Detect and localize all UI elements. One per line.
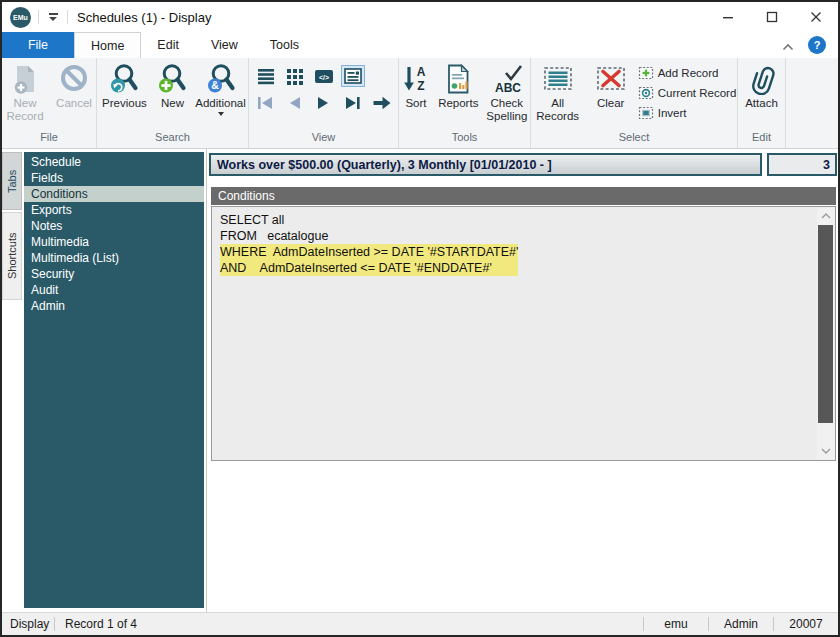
previous-search-icon (108, 63, 140, 95)
first-record-button[interactable] (254, 92, 278, 114)
strip-tab-shortcuts[interactable]: Shortcuts (2, 212, 22, 300)
tab-edit[interactable]: Edit (141, 32, 195, 58)
ribbon-filler (786, 58, 838, 148)
scrollbar-thumb[interactable] (818, 225, 833, 423)
add-record-button[interactable]: Add Record (638, 63, 737, 83)
reports-button[interactable]: Reports (437, 61, 480, 131)
record-count-field: 3 (767, 153, 837, 176)
close-button[interactable] (794, 2, 838, 32)
sql-line: SELECT all (220, 212, 817, 228)
titlebar-separator (38, 10, 39, 24)
attach-paperclip-icon (746, 63, 778, 95)
reports-icon (442, 63, 474, 95)
side-tab-strip: Tabs Shortcuts (2, 152, 22, 300)
svg-text:ABC: ABC (495, 81, 521, 95)
ribbon: New Record Cancel File (2, 58, 838, 149)
tab-file[interactable]: File (2, 32, 74, 58)
sidebar-item-security[interactable]: Security (24, 266, 204, 282)
sidebar-item-fields[interactable]: Fields (24, 170, 204, 186)
cancel-button[interactable]: Cancel (52, 61, 96, 131)
add-record-icon (638, 65, 654, 81)
group-label-view: View (249, 131, 398, 148)
quick-access-dropdown-icon[interactable] (46, 13, 60, 21)
new-record-button[interactable]: New Record (2, 61, 48, 131)
clear-selection-button[interactable]: Clear (590, 61, 632, 131)
svg-text:A: A (417, 65, 426, 79)
previous-record-icon (286, 95, 303, 111)
list-view-icon (256, 66, 276, 86)
search-previous-button[interactable]: Previous (97, 61, 152, 131)
check-spelling-icon: ABC (491, 63, 523, 95)
title-bar: EMu Schedules (1) - Display (2, 2, 838, 32)
status-port: 20007 (774, 617, 838, 631)
help-button[interactable]: ? (808, 36, 826, 54)
svg-text:</>: </> (318, 74, 328, 81)
app-window: EMu Schedules (1) - Display File Home Ed… (0, 0, 840, 637)
additional-search-icon: & (205, 63, 237, 95)
scroll-up-icon (821, 213, 831, 219)
close-icon (810, 11, 822, 23)
sidebar-item-audit[interactable]: Audit (24, 282, 204, 298)
sidebar-item-notes[interactable]: Notes (24, 218, 204, 234)
ribbon-group-file: New Record Cancel File (2, 58, 97, 148)
code-view-button[interactable]: </> (312, 65, 336, 87)
next-record-button[interactable] (312, 92, 336, 114)
last-record-button[interactable] (341, 92, 365, 114)
list-view-button[interactable] (254, 65, 278, 87)
ribbon-group-select: All Records Clear (531, 58, 738, 148)
check-spelling-button[interactable]: ABC Check Spelling (484, 61, 530, 131)
titlebar-separator (67, 10, 68, 24)
sql-line: FROM ecatalogue (220, 228, 817, 244)
tab-tools[interactable]: Tools (254, 32, 315, 58)
current-record-icon (638, 85, 654, 101)
all-records-icon (542, 63, 574, 95)
record-content: Works over $500.00 (Quarterly), 3 Monthl… (208, 149, 838, 612)
conditions-panel-header: Conditions (211, 187, 836, 205)
svg-text:&: & (211, 79, 219, 91)
conditions-text-area[interactable]: SELECT all FROM ecatalogue WHERE AdmDate… (211, 206, 836, 461)
previous-record-button[interactable] (283, 92, 307, 114)
goto-record-button[interactable] (370, 92, 394, 114)
sort-icon: A Z (400, 63, 432, 95)
cancel-icon (58, 63, 90, 95)
tab-view[interactable]: View (195, 32, 254, 58)
minimize-icon (722, 11, 734, 23)
sidebar-item-multimedia-list[interactable]: Multimedia (List) (24, 250, 204, 266)
window-title: Schedules (1) - Display (77, 10, 211, 25)
vertical-scrollbar[interactable] (817, 208, 834, 459)
invert-selection-icon (638, 105, 654, 121)
maximize-icon (766, 11, 778, 23)
search-new-button[interactable]: New (154, 61, 191, 131)
goto-record-icon (372, 95, 392, 111)
minimize-button[interactable] (706, 2, 750, 32)
status-bar: Display Record 1 of 4 emu Admin 20007 (2, 612, 838, 635)
code-view-icon: </> (314, 66, 334, 86)
ribbon-group-tools: A Z Sort Repo (399, 58, 531, 148)
main-area: Tabs Shortcuts Schedule Fields Condition… (2, 149, 838, 612)
attach-button[interactable]: Attach (739, 61, 785, 131)
tab-home[interactable]: Home (74, 32, 141, 58)
group-label-select: Select (531, 131, 737, 148)
status-server: emu (644, 617, 708, 631)
new-search-icon (156, 63, 188, 95)
sidebar-item-multimedia[interactable]: Multimedia (24, 234, 204, 250)
maximize-button[interactable] (750, 2, 794, 32)
ribbon-tab-row: File Home Edit View Tools ? (2, 32, 838, 58)
sidebar-item-conditions[interactable]: Conditions (24, 186, 204, 202)
search-additional-button[interactable]: & Additional (193, 61, 248, 131)
tab-list-sidebar: Schedule Fields Conditions Exports Notes… (24, 152, 204, 608)
strip-tab-tabs[interactable]: Tabs (2, 152, 22, 210)
current-record-button[interactable]: Current Record (638, 83, 737, 103)
sidebar-item-exports[interactable]: Exports (24, 202, 204, 218)
invert-selection-button[interactable]: Invert (638, 103, 737, 123)
scroll-down-button[interactable] (817, 443, 834, 459)
form-view-button[interactable] (341, 65, 365, 87)
grid-view-button[interactable] (283, 65, 307, 87)
sort-button[interactable]: A Z Sort (399, 61, 433, 131)
collapse-ribbon-icon[interactable] (780, 39, 796, 51)
scroll-up-button[interactable] (817, 208, 834, 224)
sidebar-item-admin[interactable]: Admin (24, 298, 204, 314)
status-mode: Display (2, 617, 54, 631)
sidebar-item-schedule[interactable]: Schedule (24, 154, 204, 170)
all-records-button[interactable]: All Records (532, 61, 584, 131)
